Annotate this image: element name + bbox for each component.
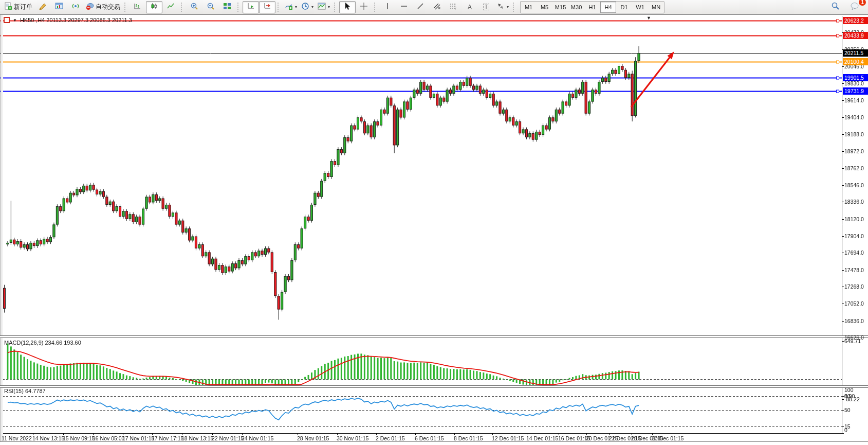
rsi-indicator-label: RSI(15) 64.7787 — [4, 388, 46, 394]
toolbar-grip — [334, 3, 337, 12]
templates-button[interactable]: ▾ — [316, 1, 332, 13]
crosshair-tool-button[interactable] — [356, 1, 372, 13]
window-border-left — [1, 15, 3, 442]
new-order-icon — [4, 2, 12, 12]
search-icon — [831, 2, 840, 12]
vertical-line-icon — [383, 2, 392, 12]
zoom-out-button[interactable] — [202, 1, 219, 13]
svg-text:E: E — [438, 7, 440, 10]
time-axis-label: 22 Nov 01:15 — [212, 435, 244, 441]
tile-windows-button[interactable] — [219, 1, 235, 13]
candlestick-icon — [150, 2, 158, 12]
crayon-button[interactable] — [34, 1, 51, 13]
chart-window: ▼ HK50-,H4 20113.3 20297.3 20086.3 20211… — [0, 15, 868, 445]
svg-text:F: F — [455, 7, 457, 10]
periods-button[interactable]: ▾ — [299, 1, 316, 13]
price-axis-tick-label: 19614.0 — [844, 97, 864, 103]
price-axis-tick-label: 18336.0 — [844, 199, 864, 205]
bar-chart-type-button[interactable] — [130, 1, 146, 13]
auto-trading-button[interactable]: 自动交易 — [84, 1, 122, 13]
timeframe-button-d1[interactable]: D1 — [616, 2, 632, 13]
timeframe-button-m15[interactable]: M15 — [552, 2, 568, 13]
dropdown-caret-icon: ▾ — [507, 5, 509, 9]
pane-separator-macd[interactable] — [0, 335, 868, 338]
time-axis-label: 17 Nov 01:15 — [122, 435, 154, 441]
toolbar-grip — [278, 3, 281, 12]
charts-button[interactable] — [51, 1, 67, 13]
toolbar-grip — [513, 3, 516, 12]
rsi-axis-tick-label: 50 — [844, 407, 851, 413]
header-collapse-icon[interactable]: ▼ — [13, 18, 17, 23]
line-chart-type-button[interactable] — [162, 1, 179, 13]
timeframe-button-h4[interactable]: H4 — [600, 2, 616, 13]
crosshair-icon — [360, 2, 368, 12]
timeframe-button-mn[interactable]: MN — [648, 2, 664, 13]
trendline-tool-button[interactable] — [412, 1, 429, 13]
price-axis-tick-label: 17052.0 — [844, 300, 864, 307]
price-axis-tick-label: 18972.0 — [844, 148, 864, 154]
chart-header: ▼ HK50-,H4 20113.3 20297.3 20086.3 20211… — [4, 17, 132, 23]
toolbar-grip — [124, 3, 127, 12]
time-axis-label: 11 Nov 2022 — [2, 435, 32, 441]
pane-separator-rsi[interactable] — [0, 385, 868, 388]
price-axis-tick-label: 18120.0 — [844, 216, 864, 222]
price-axis-tick-label: 19404.0 — [844, 114, 864, 120]
cursor-icon — [343, 2, 352, 12]
timeframe-button-w1[interactable]: W1 — [632, 2, 648, 13]
time-axis-label: 2 Dec 01:15 — [376, 435, 405, 441]
toolbar-grip — [181, 3, 184, 12]
window-border-top — [0, 14, 868, 15]
time-axis-label: 24 Nov 01:15 — [242, 435, 273, 441]
cursor-tool-button[interactable] — [339, 1, 356, 13]
time-axis-label: 14 Dec 01:15 — [526, 435, 558, 441]
vertical-line-tool-button[interactable] — [379, 1, 396, 13]
channel-tool-button[interactable]: E — [429, 1, 445, 13]
indicators-button[interactable]: ▾ — [283, 1, 299, 13]
zoom-out-icon — [207, 2, 215, 12]
rsi-axis-tick-label: 100 — [844, 387, 854, 393]
chart-shift-button[interactable] — [259, 1, 275, 13]
time-axis-label: 8 Dec 01:15 — [454, 435, 483, 441]
chat-button[interactable]: 1 — [846, 1, 863, 13]
price-level-badge: 20211.5 — [843, 49, 868, 57]
price-axis-tick-label: 17904.0 — [844, 233, 864, 239]
chart-canvas[interactable] — [0, 15, 868, 445]
time-axis-label: 6 Dec 01:15 — [415, 435, 444, 441]
timeframe-button-m1[interactable]: M1 — [521, 2, 537, 13]
auto-scroll-button[interactable] — [243, 1, 259, 13]
auto-trading-label: 自动交易 — [96, 3, 120, 11]
time-axis-label: 14 Nov 13:15 — [32, 435, 64, 441]
label-tool-button[interactable]: T — [478, 1, 494, 13]
signal-button[interactable] — [67, 1, 84, 13]
timeframe-button-m30[interactable]: M30 — [568, 2, 584, 13]
line-chart-icon — [167, 2, 175, 12]
text-tool-button[interactable]: A — [461, 1, 478, 13]
zoom-in-icon — [190, 2, 198, 12]
horizontal-line-tool-button[interactable] — [396, 1, 412, 13]
price-axis-tick-label: 18546.0 — [844, 182, 864, 188]
chart-shift-marker-icon[interactable]: ▼ — [647, 15, 651, 21]
auto-trading-icon — [86, 2, 94, 12]
time-axis-label: 15 Nov 09:15 — [63, 435, 95, 441]
dropdown-caret-icon: ▾ — [328, 5, 330, 9]
timeframe-button-h1[interactable]: H1 — [584, 2, 600, 13]
dropdown-caret-icon: ▾ — [311, 5, 313, 9]
rsi-axis-tick-label: 0 — [844, 427, 847, 433]
arrows-tool-button[interactable]: ▾ — [494, 1, 511, 13]
price-level-badge: 20100.4 — [843, 58, 868, 65]
zoom-in-button[interactable] — [186, 1, 202, 13]
chart-shift-icon — [263, 2, 271, 12]
toolbar-grip — [374, 3, 377, 12]
price-level-badge: 19731.9 — [843, 87, 868, 95]
candlestick-type-button[interactable] — [146, 1, 162, 13]
crayon-icon — [39, 2, 47, 12]
text-label-icon: T — [483, 4, 489, 10]
search-button[interactable] — [827, 1, 843, 13]
fibonacci-tool-button[interactable]: F — [445, 1, 461, 13]
new-order-button[interactable]: 新订单 — [2, 1, 34, 13]
price-axis-tick-label: 17268.0 — [844, 283, 864, 290]
toolbar-grip — [237, 3, 241, 12]
timeframe-button-m5[interactable]: M5 — [537, 2, 552, 13]
price-level-badge: 20623.2 — [843, 17, 868, 24]
price-axis-tick-label: 17694.0 — [844, 250, 864, 256]
